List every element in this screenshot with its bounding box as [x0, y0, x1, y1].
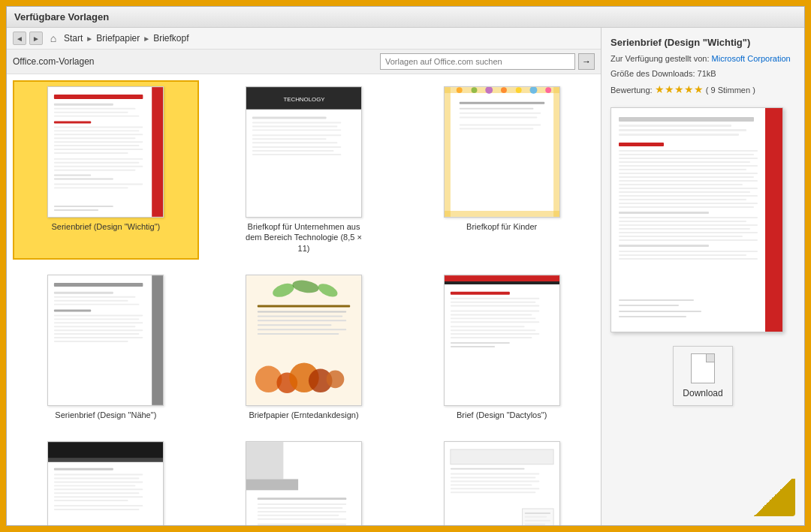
forward-button[interactable]: ►	[29, 32, 43, 45]
svg-rect-21	[54, 179, 113, 180]
template-item[interactable]: Briefkopf und Umschlag	[409, 435, 595, 525]
svg-rect-112	[54, 482, 143, 483]
svg-text:TECHNOLOGY: TECHNOLOGY	[283, 96, 325, 103]
svg-rect-51	[459, 102, 544, 104]
svg-rect-67	[54, 322, 143, 323]
svg-rect-25	[54, 209, 98, 211]
svg-rect-182	[619, 311, 701, 312]
svg-rect-178	[619, 254, 746, 256]
svg-rect-5	[54, 112, 128, 113]
breadcrumb-start[interactable]: Start	[64, 33, 83, 44]
svg-rect-99	[451, 321, 539, 323]
svg-rect-90	[445, 275, 559, 281]
template-thumb	[47, 86, 164, 218]
svg-rect-114	[54, 489, 143, 491]
svg-rect-39	[445, 87, 559, 217]
template-item[interactable]: TECHNOLOGY	[211, 80, 397, 260]
svg-rect-139	[451, 491, 536, 493]
template-item[interactable]: Serienbrief (Design "Wichtig")	[13, 80, 199, 260]
svg-rect-132	[451, 449, 553, 464]
svg-rect-31	[252, 125, 338, 127]
svg-rect-166	[619, 203, 758, 204]
nav-bar: ◄ ► ⌂ Start ► Briefpapier ► Briefkopf	[7, 28, 601, 50]
download-button[interactable]: Download	[673, 346, 733, 406]
svg-rect-66	[54, 318, 140, 320]
svg-rect-12	[54, 141, 143, 143]
breadcrumb-briefkopf[interactable]: Briefkopf	[153, 33, 188, 44]
template-item[interactable]: Serienbrief (Design "Nähe")	[13, 269, 199, 426]
svg-rect-9	[54, 130, 140, 131]
svg-point-48	[515, 87, 521, 93]
svg-rect-102	[451, 333, 539, 335]
svg-rect-133	[451, 468, 525, 470]
svg-rect-157	[619, 169, 746, 170]
svg-rect-32	[252, 129, 341, 131]
detail-provider: Zur Verfügung gestellt von: Microsoft Co…	[611, 53, 795, 65]
template-label: Briefkopf für Kinder	[466, 221, 537, 232]
template-label: Briefkopf für Unternehmen aus dem Bereic…	[243, 221, 363, 254]
svg-rect-104	[451, 342, 510, 344]
size-value: 71kB	[698, 69, 716, 78]
rating-label: Bewertung:	[611, 86, 653, 95]
svg-rect-174	[619, 236, 743, 237]
svg-rect-13	[54, 145, 140, 146]
svg-rect-159	[619, 176, 754, 178]
svg-rect-113	[54, 485, 136, 487]
template-thumb	[444, 441, 560, 525]
template-item[interactable]: Brief (Design "Dactylos")	[409, 269, 595, 426]
svg-rect-86	[258, 324, 332, 326]
svg-rect-42	[445, 87, 451, 217]
search-input[interactable]	[380, 53, 575, 70]
template-item[interactable]: Briefkopf für Kinder	[409, 80, 595, 260]
svg-rect-116	[54, 496, 143, 497]
svg-rect-62	[54, 300, 128, 302]
svg-rect-53	[459, 113, 541, 114]
template-thumb	[246, 275, 362, 406]
svg-rect-54	[459, 117, 537, 119]
svg-rect-136	[451, 481, 539, 482]
svg-rect-95	[451, 305, 539, 307]
svg-rect-169	[619, 217, 758, 218]
svg-rect-96	[451, 310, 539, 311]
rating-votes: ( 9 Stimmen )	[706, 86, 755, 95]
svg-rect-34	[252, 138, 327, 140]
svg-rect-10	[54, 134, 143, 135]
svg-rect-110	[54, 474, 143, 476]
breadcrumb-briefpapier[interactable]: Briefpapier	[96, 33, 140, 44]
svg-rect-57	[48, 275, 163, 405]
template-item[interactable]: Briefkopf (mit Stufe)	[211, 435, 397, 525]
window-title: Verfügbare Vorlagen	[14, 11, 109, 23]
title-bar: Verfügbare Vorlagen	[7, 7, 804, 28]
svg-rect-177	[619, 251, 758, 252]
svg-rect-18	[54, 166, 143, 167]
svg-rect-163	[619, 191, 750, 193]
back-button[interactable]: ◄	[13, 32, 26, 45]
svg-rect-180	[619, 299, 694, 301]
search-button[interactable]: →	[578, 53, 595, 70]
svg-rect-15	[54, 152, 128, 154]
svg-rect-35	[252, 142, 338, 143]
svg-rect-24	[54, 206, 113, 207]
svg-rect-2	[54, 95, 143, 99]
svg-rect-152	[619, 150, 758, 152]
svg-rect-60	[54, 292, 113, 294]
provider-link[interactable]: Microsoft Corporation	[712, 54, 791, 63]
svg-rect-153	[619, 154, 754, 155]
preview-image	[611, 107, 783, 332]
home-button[interactable]: ⌂	[46, 32, 61, 45]
provider-label: Zur Verfügung gestellt von:	[611, 54, 709, 63]
svg-rect-71	[54, 337, 143, 338]
template-item[interactable]: Briefpapier (Erntedankdesign)	[211, 269, 397, 426]
search-bar: Office.com-Vorlagen →	[7, 50, 601, 74]
svg-rect-91	[445, 281, 559, 284]
svg-rect-121	[246, 442, 283, 479]
svg-rect-160	[619, 180, 758, 182]
svg-rect-164	[619, 195, 758, 197]
svg-rect-118	[54, 505, 143, 506]
template-label: Serienbrief (Design "Nähe")	[55, 410, 156, 420]
svg-rect-179	[619, 258, 758, 260]
svg-rect-161	[619, 184, 743, 185]
template-item[interactable]: Serienbrief (Design "Schwarzes Band")	[13, 435, 199, 525]
template-thumb	[444, 275, 560, 406]
svg-rect-144	[524, 524, 545, 525]
